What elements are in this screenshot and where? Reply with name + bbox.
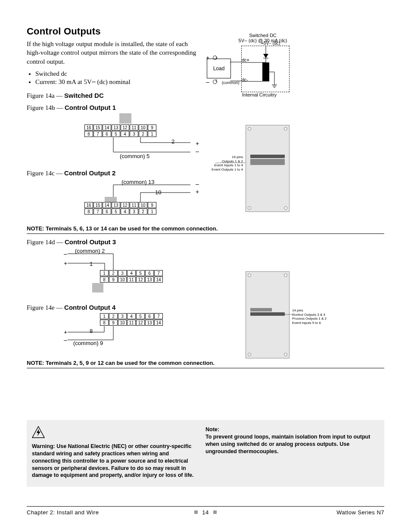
- note-1: NOTE: Terminals 5, 6, 13 or 14 can be us…: [27, 225, 384, 232]
- fig14e-title: Control Output 4: [64, 304, 115, 311]
- terminal-pin: 15: [93, 202, 102, 208]
- terminal-block-16pin: 161514131211109 87654321: [84, 202, 157, 215]
- fig14c-prefix: Figure 14c —: [27, 170, 64, 177]
- intro-paragraph: If the high voltage output module is ins…: [27, 40, 199, 66]
- terminal-pin: 8: [100, 277, 109, 283]
- pin10-label: 10: [155, 189, 161, 196]
- divider: [27, 368, 384, 368]
- warning-note-box: Warning: Use National Electric (NEC) or …: [27, 420, 384, 487]
- plus-sign: +: [64, 329, 67, 336]
- terminal-pin: 5: [136, 270, 145, 276]
- fig14e-prefix: Figure 14e —: [27, 304, 64, 311]
- fig14a-title: Switched DC: [64, 92, 104, 99]
- terminal-pin: 3: [130, 208, 138, 215]
- page-number: 14: [202, 509, 209, 516]
- warning-text: Warning: Use National Electric (NEC) or …: [32, 443, 194, 479]
- fig14d-title: Control Output 3: [65, 238, 116, 246]
- terminal-pin: 13: [112, 202, 120, 208]
- terminal-pin: 6: [145, 270, 154, 276]
- switched-dc-circuit: Switched DC 5V⎓ (dc) @ 30 mA (dc) Load +…: [207, 34, 297, 98]
- terminal-pin: 11: [127, 277, 136, 283]
- square-icon: [213, 510, 217, 514]
- plus-sign: +: [196, 188, 199, 195]
- minus-sign: –: [64, 250, 67, 257]
- terminal-pin: 2: [139, 208, 147, 215]
- note-body: To prevent ground loops, maintain isolat…: [206, 434, 370, 454]
- board1-label: 16 pins: [196, 155, 243, 159]
- terminal-pin: 11: [130, 202, 138, 208]
- internal-circuitry-label: Internal Circuitry: [242, 92, 277, 97]
- shock-hazard-icon: [32, 426, 45, 440]
- svg-marker-35: [37, 429, 40, 436]
- plus-sign: +: [64, 260, 67, 267]
- page-title: Control Outputs: [27, 26, 384, 37]
- fig14b-prefix: Figure 14b —: [27, 104, 65, 111]
- terminal-pin: 10: [118, 277, 127, 283]
- common5-label: (common) 5: [120, 153, 149, 159]
- terminal-pin: 12: [121, 202, 129, 208]
- terminal-pin: 4: [127, 270, 136, 276]
- terminal-pin: 10: [139, 202, 147, 208]
- terminal-pin: 13: [145, 277, 154, 283]
- minus-sign: –: [196, 180, 199, 187]
- terminal-pin: 1: [100, 270, 109, 276]
- terminal-block-14pin: 1234567 891011121314: [100, 270, 163, 283]
- terminal-pin: 6: [103, 208, 111, 215]
- terminal-pin: 12: [136, 277, 145, 283]
- board1-label: Outputs 1 & 2: [196, 159, 243, 164]
- square-icon: [194, 510, 198, 514]
- pin8-label: 8: [90, 328, 93, 334]
- plus-sign: +: [196, 140, 199, 147]
- fig14a-prefix: Figure 14a —: [27, 92, 64, 99]
- terminal-pin: 4: [121, 208, 129, 215]
- board2-label: 14 pins: [292, 308, 339, 313]
- fig14d-prefix: Figure 14d —: [27, 239, 65, 246]
- fig14c-title: Control Output 2: [64, 169, 115, 177]
- terminal-pin: 5: [112, 208, 120, 215]
- board1-label: Event Outputs 1 to 4: [196, 168, 243, 172]
- terminal-pin: 3: [118, 270, 127, 276]
- terminal-pin: 9: [109, 277, 118, 283]
- minus-sign: –: [196, 148, 199, 155]
- terminal-pin: 2: [109, 270, 118, 276]
- terminal-pin: 9: [148, 202, 156, 208]
- terminal-pin: 14: [103, 202, 111, 208]
- divider: [27, 233, 384, 234]
- board1-label: Event Inputs 1 to 4: [196, 163, 243, 168]
- common9-label: (common) 9: [73, 340, 103, 346]
- note-heading: Note:: [206, 426, 219, 432]
- pin2-label: 2: [171, 138, 174, 145]
- terminal-pin: 8: [84, 208, 93, 215]
- page-footer: Chapter 2: Install and Wire 14 Watlow Se…: [27, 506, 384, 516]
- terminal-pin: 1: [148, 208, 156, 215]
- terminal-pin: 16: [84, 202, 93, 208]
- pin1-label: 1: [90, 261, 93, 267]
- note-2: NOTE: Terminals 2, 5, 9 or 12 can be use…: [27, 360, 384, 366]
- minus-sign: –: [64, 336, 67, 343]
- fig14b-title: Control Output 1: [65, 104, 116, 111]
- terminal-pin: 7: [93, 208, 102, 215]
- terminal-pin: 7: [154, 270, 163, 276]
- terminal-pin: 14: [154, 277, 163, 283]
- bullet-list: Switched dc Current: 30 mA at 5V⎓ (dc) n…: [27, 70, 384, 86]
